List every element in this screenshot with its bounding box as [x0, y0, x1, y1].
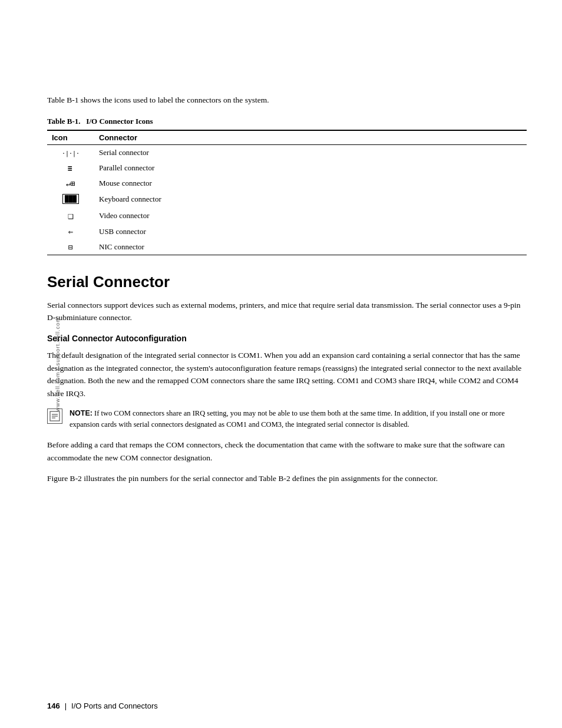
table-row: ⇐ USB connector	[47, 224, 527, 239]
footer-divider: |	[65, 701, 67, 710]
main-content: Table B-1 shows the icons used to label …	[47, 0, 527, 529]
icon-cell-parallel: ≡	[47, 160, 94, 176]
table-caption-label: Table B-1.	[47, 117, 81, 126]
footer-section-label: I/O Ports and Connectors	[71, 701, 158, 710]
serial-para1: The default designation of the integrate…	[47, 349, 527, 400]
col-header-icon: Icon	[47, 130, 94, 145]
col-header-connector: Connector	[94, 130, 527, 145]
note-box: NOTE: If two COM connectors share an IRQ…	[47, 408, 527, 430]
usb-icon: ⇐	[68, 227, 73, 236]
table-caption-title: I/O Connector Icons	[86, 117, 153, 126]
icon-cell-nic: ⊟	[47, 239, 94, 255]
connector-label-serial: Serial connector	[94, 145, 527, 161]
note-content: NOTE: If two COM connectors share an IRQ…	[70, 408, 527, 430]
icon-cell-video: ❑	[47, 207, 94, 224]
intro-paragraph: Table B-1 shows the icons used to label …	[47, 94, 527, 106]
connector-label-usb: USB connector	[94, 224, 527, 239]
keyboard-icon: ███	[62, 194, 79, 204]
table-row: ⊟ NIC connector	[47, 239, 527, 255]
connector-label-nic: NIC connector	[94, 239, 527, 255]
page-container: www.dell.com | support.dell.com Table B-…	[0, 0, 562, 728]
connector-table: Icon Connector ·|·|· Serial connector ≡	[47, 130, 527, 255]
connector-label-keyboard: Keyboard connector	[94, 191, 527, 207]
icon-cell-serial: ·|·|·	[47, 145, 94, 161]
table-caption: Table B-1. I/O Connector Icons	[47, 117, 527, 126]
table-row: ↵⊞ Mouse connector	[47, 176, 527, 191]
serial-para2: Before adding a card that remaps the COM…	[47, 439, 527, 464]
nic-icon: ⊟	[68, 243, 73, 252]
table-header-row: Icon Connector	[47, 130, 527, 145]
serial-intro: Serial connectors support devices such a…	[47, 299, 527, 324]
icon-cell-mouse: ↵⊞	[47, 176, 94, 191]
side-text: www.dell.com | support.dell.com	[55, 317, 61, 411]
icon-cell-keyboard: ███	[47, 191, 94, 207]
connector-label-mouse: Mouse connector	[94, 176, 527, 191]
note-text-content: If two COM connectors share an IRQ setti…	[70, 409, 505, 429]
serial-autoconfiguration-heading: Serial Connector Autoconfiguration	[47, 334, 527, 343]
connector-label-video: Video connector	[94, 207, 527, 224]
icon-cell-usb: ⇐	[47, 224, 94, 239]
note-pencil-icon	[49, 410, 61, 422]
parallel-icon: ≡	[68, 164, 74, 173]
note-label: NOTE:	[70, 409, 92, 417]
connector-label-parallel: Parallel connector	[94, 160, 527, 176]
table-row: ·|·|· Serial connector	[47, 145, 527, 161]
serial-section-heading: Serial Connector	[47, 273, 527, 291]
serial-icon: ·|·|·	[62, 150, 80, 157]
table-row: ███ Keyboard connector	[47, 191, 527, 207]
table-row: ≡ Parallel connector	[47, 160, 527, 176]
table-row: ❑ Video connector	[47, 207, 527, 224]
video-icon: ❑	[68, 210, 74, 221]
mouse-icon: ↵⊞	[66, 179, 75, 188]
serial-para3: Figure B-2 illustrates the pin numbers f…	[47, 472, 527, 485]
page-footer: 146 | I/O Ports and Connectors	[47, 701, 527, 710]
page-number: 146	[47, 701, 60, 710]
